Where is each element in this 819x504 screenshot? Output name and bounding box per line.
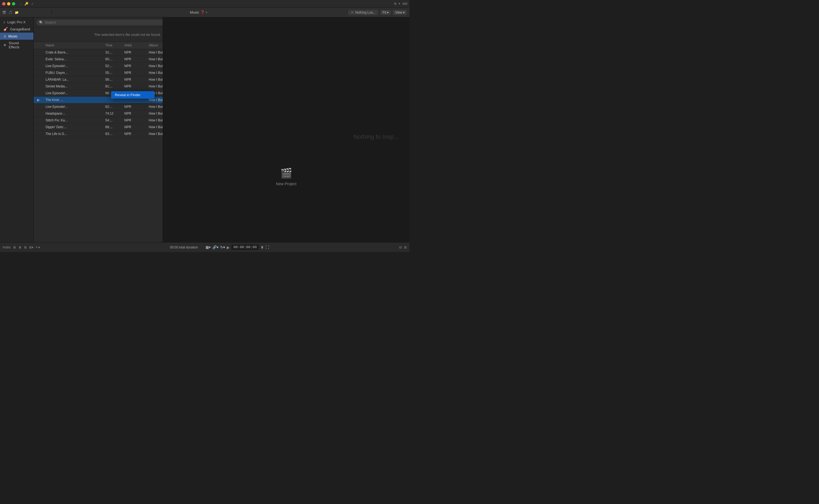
right-panel: Nothing to Insp... 🎬 New Project <box>163 17 409 242</box>
refresh-icon[interactable]: ↻▾ <box>220 245 225 249</box>
row-name: Crate & Barre... <box>43 49 103 56</box>
row-artist: NPR <box>122 70 147 76</box>
music-table[interactable]: Name Time Artist Album Genre Crate & Bar… <box>34 42 163 242</box>
bottom-toolbar: Index 🖥 🖥 🖥 ⊞▾ ↖▾ 00:00 total duration ▦… <box>0 242 409 252</box>
monitor3-icon: 🖥 <box>24 245 27 249</box>
row-artist: NPR <box>122 103 147 110</box>
table-row[interactable]: Evite: Selina... 65:... NPR How I Built … <box>34 56 163 63</box>
table-row[interactable]: Headspace:... 74:12 NPR How I Built T...… <box>34 110 163 117</box>
sidebar-label-logic-pro-x: Logic Pro X <box>7 20 26 24</box>
media-toolbar-center: Music ❓ ▾ <box>52 10 345 14</box>
zoom-out-icon[interactable]: ⊟ <box>399 245 402 249</box>
context-menu-reveal-in-finder[interactable]: Reveal in Finder <box>111 91 155 99</box>
search-input[interactable] <box>45 20 163 24</box>
media-toolbar-left-icons: 🎬 🎵 📁 <box>0 11 52 14</box>
window-controls-icon: ⊞ <box>394 2 396 5</box>
row-album: How I Built T... <box>147 83 163 90</box>
new-project-label[interactable]: New Project <box>276 182 296 186</box>
video-icon[interactable]: 🎬 <box>2 11 6 14</box>
sidebar-item-sound-effects[interactable]: ✳ Sound Effects <box>0 40 33 51</box>
row-play-icon[interactable]: ▶ <box>37 98 40 102</box>
app-wrapper: ↓ 🔑 ✓ ⊞ ▾ ⊞⊞ 🎬 🎵 📁 Music ❓ ▾ ✕ <box>0 0 409 252</box>
row-album: How I Built T... <box>147 103 163 110</box>
row-name: Stitch Fix: Ka... <box>43 117 103 124</box>
arrow-tool-icon[interactable]: ↖▾ <box>36 245 40 249</box>
table-row[interactable]: FUBU: Daym... 55:... NPR How I Built T..… <box>34 70 163 76</box>
col-header-name[interactable]: Name <box>43 43 103 48</box>
play-cell[interactable] <box>34 71 43 74</box>
sidebar-label-sound-effects: Sound Effects <box>9 41 30 49</box>
table-row[interactable]: LÄRABAR: La... 56:... NPR How I Built T.… <box>34 76 163 83</box>
sidebar-item-logic-pro-x[interactable]: ♪ Logic Pro X <box>0 18 33 26</box>
layout-icon[interactable]: ⊞▾ <box>29 245 33 249</box>
play-cell[interactable] <box>34 105 43 108</box>
row-album: How I Built T... <box>147 49 163 56</box>
row-album: How I Built T... <box>147 56 163 62</box>
fit-button[interactable]: Fit ▾ <box>380 10 391 15</box>
col-header-time[interactable]: Time <box>103 43 122 48</box>
fullscreen-button[interactable] <box>12 2 15 5</box>
library-dropdown-arrow: ▾ <box>206 11 207 14</box>
nothing-loaded-badge: ✕ Nothing Loa... <box>348 10 378 15</box>
play-cell[interactable] <box>34 92 43 95</box>
play-cell[interactable] <box>34 65 43 67</box>
file-not-found-notice: The selected item's file could not be fo… <box>34 28 163 42</box>
pause-button[interactable]: ⏸ <box>260 245 264 249</box>
play-cell[interactable] <box>34 78 43 81</box>
row-name: The Knot: ... <box>43 97 103 103</box>
play-cell[interactable] <box>34 133 43 135</box>
row-album: How I Built T... <box>147 63 163 69</box>
table-row[interactable]: Stitch Fix: Ka... 54:... NPR How I Built… <box>34 117 163 124</box>
play-cell[interactable] <box>34 126 43 128</box>
top-icons: ↓ 🔑 ✓ <box>20 2 34 6</box>
row-album: How I Built T... <box>147 110 163 117</box>
sidebar-item-music[interactable]: ♫ Music <box>0 33 33 40</box>
library-label[interactable]: Music ❓ ▾ <box>190 10 207 14</box>
table-row[interactable]: Live Episode!... 62:... NPR How I Built … <box>34 103 163 110</box>
sound-effects-icon: ✳ <box>3 43 7 47</box>
play-cell[interactable] <box>34 85 43 88</box>
play-cell[interactable] <box>34 119 43 122</box>
row-time: 56:... <box>103 76 122 83</box>
row-name: Gimlet Media... <box>43 83 103 90</box>
monitor2-icon: 🖥 <box>18 245 21 249</box>
search-icon: 🔍 <box>39 21 43 24</box>
play-cell[interactable] <box>34 58 43 61</box>
play-cell[interactable] <box>34 112 43 115</box>
close-loaded-button[interactable]: ✕ <box>351 11 354 14</box>
folder-icon[interactable]: 📁 <box>15 11 19 14</box>
table-row[interactable]: The Life Is G... 63:... NPR How I Built … <box>34 131 163 137</box>
row-artist: NPR <box>122 110 147 117</box>
play-cell[interactable] <box>34 51 43 54</box>
col-header-artist[interactable]: Artist <box>122 43 147 48</box>
music-icon[interactable]: 🎵 <box>8 11 12 14</box>
row-time: 74:12 <box>103 110 122 117</box>
table-row[interactable]: Gimlet Media... 81:... NPR How I Built T… <box>34 83 163 90</box>
sidebar-item-garageband[interactable]: 🎸 GarageBand <box>0 26 33 33</box>
link-icon[interactable]: 🔗▾ <box>212 245 219 249</box>
garageband-icon: 🎸 <box>3 27 8 31</box>
row-name: Evite: Selina... <box>43 56 103 62</box>
zoom-in-icon[interactable]: ⊞ <box>404 245 407 249</box>
view-button[interactable]: View ▾ <box>393 10 407 15</box>
grid-view-icon[interactable]: ▦▾ <box>206 245 211 249</box>
fit-dropdown-icon: ▾ <box>387 11 389 14</box>
fullscreen-timeline-icon[interactable]: ⛶ <box>266 245 269 249</box>
row-time: 31:... <box>103 49 122 56</box>
view-label: View <box>395 11 402 14</box>
table-row[interactable]: Live Episode!... 52:... NPR How I Built … <box>34 63 163 70</box>
checkmark-icon: ✓ <box>31 2 34 6</box>
minimize-button[interactable] <box>7 2 10 5</box>
grid-icon: ⊞⊞ <box>402 2 407 5</box>
row-artist: NPR <box>122 49 147 56</box>
row-time: 55:... <box>103 70 122 76</box>
table-row[interactable]: Crate & Barre... 31:... NPR How I Built … <box>34 49 163 56</box>
close-button[interactable] <box>2 2 5 5</box>
play-button[interactable]: ▶ <box>227 245 230 250</box>
row-time: 65:... <box>103 56 122 62</box>
col-header-album[interactable]: Album <box>147 43 163 48</box>
play-cell[interactable]: ▶ <box>34 97 43 103</box>
row-name: Live Episode!... <box>43 103 103 110</box>
search-bar-row: 🔍 <box>34 17 163 28</box>
table-row[interactable]: Dippin' Dots:... 68:... NPR How I Built … <box>34 124 163 131</box>
